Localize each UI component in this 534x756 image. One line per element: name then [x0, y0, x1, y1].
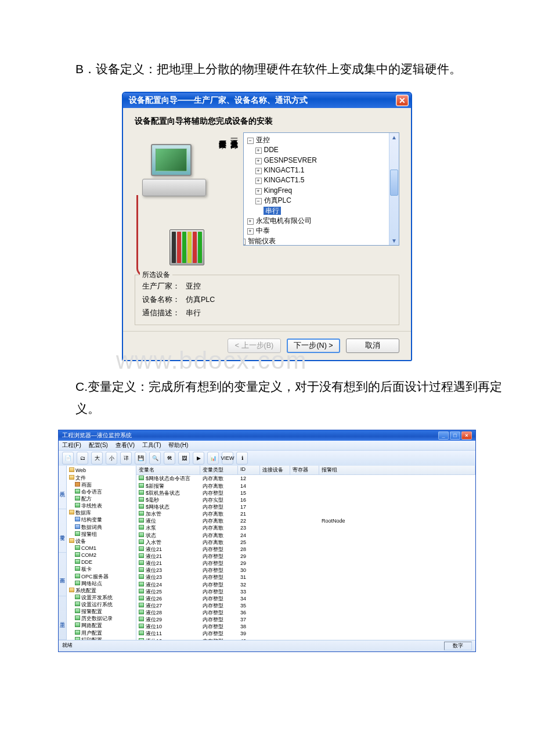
expand-icon[interactable]: + — [243, 239, 246, 245]
table-row[interactable]: 液位内存离散22RootNode — [136, 517, 475, 524]
table-row[interactable]: 液位25内存整型33 — [136, 588, 475, 595]
table-row[interactable]: 加水管内存离散21 — [136, 510, 475, 517]
table-row[interactable]: $毫秒内存实型16 — [136, 496, 475, 503]
tree-item[interactable]: 永宏电机有限公司 — [256, 217, 312, 225]
toolbar-button[interactable]: ▶ — [193, 452, 204, 465]
menu-item[interactable]: 查看(V) — [116, 442, 135, 448]
expand-icon[interactable]: + — [255, 178, 262, 184]
menu-item[interactable]: 工具(T) — [142, 442, 161, 448]
nav-item[interactable]: COM2 — [69, 552, 135, 559]
tree-item[interactable]: KINGACT1.5 — [264, 176, 305, 184]
nav-item[interactable]: 文件 — [69, 474, 135, 481]
scroll-up-icon[interactable]: ▲ — [390, 133, 398, 142]
expand-icon[interactable]: + — [255, 158, 262, 164]
expand-icon[interactable]: + — [255, 147, 262, 154]
toolbar-button[interactable]: 详 — [120, 452, 132, 465]
table-row[interactable]: $网络状态命令语言内存离散12 — [136, 475, 475, 482]
left-tab[interactable]: 主题 — [59, 596, 66, 640]
nav-tree[interactable]: Web文件画面命令语言配方非线性表数据库结构变量数据词典报警组设备COM1COM… — [67, 466, 136, 640]
nav-item[interactable]: 非线性表 — [69, 502, 135, 509]
tree-item-selected[interactable]: 串行 — [264, 207, 281, 215]
nav-item[interactable]: 数据词典 — [69, 524, 135, 531]
table-row[interactable]: 水泵内存离散23 — [136, 524, 475, 531]
nav-item[interactable]: 系统配置 — [69, 587, 135, 594]
table-row[interactable]: 入水管内存离散25 — [136, 539, 475, 546]
col-id[interactable]: ID — [238, 466, 260, 474]
toolbar-button[interactable]: 🛠 — [164, 452, 175, 465]
nav-item[interactable]: 报警配置 — [69, 608, 135, 615]
col-reg[interactable]: 寄存器 — [290, 466, 319, 474]
left-tab[interactable]: 系统 — [59, 466, 66, 509]
toolbar-button[interactable]: 🔍 — [149, 452, 161, 465]
table-row[interactable]: 液位11内存整型39 — [136, 630, 475, 637]
scroll-thumb[interactable] — [390, 170, 398, 196]
expand-icon[interactable]: + — [255, 188, 262, 195]
nav-item[interactable]: Web — [69, 467, 135, 474]
nav-item[interactable]: 网路配置 — [69, 622, 135, 629]
col-name[interactable]: 变量名 — [136, 466, 200, 474]
menu-item[interactable]: 工程(F) — [62, 442, 81, 448]
table-row[interactable]: 液位26内存整型34 — [136, 595, 475, 602]
nav-item[interactable]: 设置开发系统 — [69, 594, 135, 601]
nav-item[interactable]: COM1 — [69, 545, 135, 552]
tree-item-simplc[interactable]: 仿真PLC — [264, 196, 291, 204]
table-row[interactable]: 液位24内存整型32 — [136, 581, 475, 588]
left-tabstrip[interactable]: 系统 变量 画面 主题 — [59, 466, 67, 640]
nav-item[interactable]: 结构变量 — [69, 516, 135, 523]
toolbar[interactable]: 📄 🗂 大 小 详 💾 🔍 🛠 🖼 ▶ 📊 VIEW ℹ — [59, 451, 475, 466]
table-row[interactable]: 液位23内存整型31 — [136, 574, 475, 581]
device-tree[interactable]: −亚控 +DDE +GESNPSEVRER +KINGACT1.1 +KINGA… — [243, 132, 400, 246]
table-row[interactable]: 液位23内存整型30 — [136, 567, 475, 574]
tree-item[interactable]: DDE — [264, 146, 279, 154]
table-row[interactable]: 液位28内存整型36 — [136, 609, 475, 616]
left-tab[interactable]: 画面 — [59, 553, 66, 596]
toolbar-button[interactable]: 📊 — [207, 452, 219, 465]
left-tab[interactable]: 变量 — [59, 509, 66, 553]
tree-item[interactable]: 智能仪表 — [248, 237, 276, 245]
toolbar-button[interactable]: ℹ — [236, 452, 248, 465]
close-button[interactable]: × — [461, 431, 472, 440]
tree-item[interactable]: GESNPSEVRER — [264, 156, 317, 164]
nav-item[interactable]: OPC服务器 — [69, 573, 135, 580]
nav-item[interactable]: 打印配置 — [69, 636, 135, 640]
toolbar-button[interactable]: 🗂 — [77, 452, 88, 465]
cancel-button[interactable]: 取消 — [346, 339, 399, 353]
maximize-button[interactable]: □ — [450, 431, 460, 440]
nav-item[interactable]: 历史数据记录 — [69, 615, 135, 622]
nav-item[interactable]: 网络站点 — [69, 580, 135, 587]
variable-table[interactable]: 变量名 变量类型 ID 连接设备 寄存器 报警组 $网络状态命令语言内存离散12… — [136, 466, 475, 640]
toolbar-button[interactable]: VIEW — [222, 452, 233, 465]
nav-item[interactable]: 用户配置 — [69, 629, 135, 636]
toolbar-button[interactable]: 大 — [91, 452, 103, 465]
menu-item[interactable]: 配置(S) — [89, 442, 108, 448]
titlebar[interactable]: 设备配置向导——生产厂家、设备名称、通讯方式 ✕ — [123, 93, 411, 108]
col-type[interactable]: 变量类型 — [200, 466, 238, 474]
collapse-icon[interactable]: − — [255, 198, 262, 204]
scrollbar[interactable]: ▲ ▼ — [389, 133, 399, 245]
table-row[interactable]: 液位21内存整型28 — [136, 546, 475, 553]
table-row[interactable]: 液位29内存整型37 — [136, 616, 475, 623]
nav-item[interactable]: 配方 — [69, 495, 135, 502]
table-row[interactable]: $双机热备状态内存整型15 — [136, 489, 475, 496]
nav-item[interactable]: DDE — [69, 559, 135, 566]
table-row[interactable]: 液位27内存整型35 — [136, 602, 475, 609]
tree-item[interactable]: KingFreq — [264, 186, 293, 195]
tree-item[interactable]: KINGACT1.1 — [264, 166, 305, 174]
expand-icon[interactable]: + — [255, 168, 262, 174]
close-button[interactable]: ✕ — [396, 95, 409, 106]
toolbar-button[interactable]: 小 — [106, 452, 117, 465]
nav-item[interactable]: 命令语言 — [69, 488, 135, 495]
nav-item[interactable]: 数据库 — [69, 509, 135, 516]
tree-root[interactable]: 亚控 — [256, 136, 270, 144]
nav-item[interactable]: 报警组 — [69, 531, 135, 538]
app-titlebar[interactable]: 工程浏览器---液位监控系统 _ □ × — [59, 430, 475, 441]
scroll-down-icon[interactable]: ▼ — [390, 236, 398, 245]
menu-item[interactable]: 帮助(H) — [168, 442, 188, 448]
table-row[interactable]: 状态内存离散24 — [136, 532, 475, 539]
expand-icon[interactable]: + — [247, 218, 254, 225]
table-row[interactable]: $新报警内存离散14 — [136, 483, 475, 489]
col-dev[interactable]: 连接设备 — [260, 466, 290, 474]
expand-icon[interactable]: + — [247, 228, 254, 235]
nav-item[interactable]: 设备 — [69, 538, 135, 545]
toolbar-button[interactable]: 📄 — [62, 452, 74, 465]
